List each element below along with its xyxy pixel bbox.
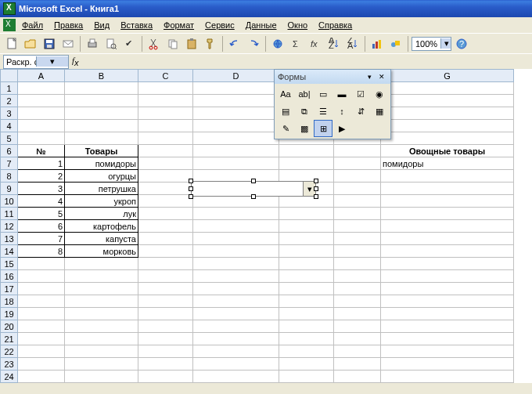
row-header[interactable]: 15	[1, 258, 18, 270]
button-tool[interactable]: ▬	[332, 85, 351, 103]
edit-code-tool[interactable]: ▦	[370, 103, 389, 120]
row-header[interactable]: 12	[1, 220, 18, 233]
forms-toolbar[interactable]: Формы ▾ ✕ Aaab|▭▬☑◉▤⧉☰↕⇵▦✎▩⊞▶	[274, 69, 391, 139]
menu-file[interactable]: Файл	[17, 19, 48, 31]
row-header[interactable]: 20	[1, 320, 18, 333]
spelling-button[interactable]: ✔	[121, 35, 138, 52]
help-button[interactable]: ?	[453, 35, 470, 52]
option-tool[interactable]: ◉	[370, 85, 389, 103]
cell[interactable]: укроп	[65, 195, 138, 208]
row-header[interactable]: 5	[1, 132, 18, 145]
properties-tool[interactable]: ✎	[276, 120, 295, 137]
cell[interactable]: петрушка	[65, 183, 138, 195]
cell[interactable]: 5	[18, 208, 65, 220]
col-header-G[interactable]: G	[381, 70, 514, 82]
name-box[interactable]: Раскр. списо... ▾	[3, 55, 69, 69]
row-header[interactable]: 14	[1, 245, 18, 258]
row-header[interactable]: 21	[1, 333, 18, 345]
selection-handle[interactable]	[189, 194, 193, 199]
col-header-A[interactable]: A	[18, 70, 65, 82]
function-button[interactable]: fx	[307, 35, 324, 52]
row-header[interactable]: 3	[1, 107, 18, 120]
sort-desc-button[interactable]: ZA	[344, 35, 361, 52]
selection-handle[interactable]	[314, 179, 318, 183]
menu-data[interactable]: Данные	[241, 19, 282, 31]
select-all-cell[interactable]	[1, 70, 18, 82]
zoom-combo[interactable]: 100% ▾	[412, 37, 451, 51]
print-button[interactable]	[84, 35, 101, 52]
autosum-button[interactable]: Σ	[288, 35, 305, 52]
cell[interactable]: 1	[18, 157, 65, 170]
col-header-B[interactable]: B	[65, 70, 138, 82]
row-header[interactable]: 23	[1, 358, 18, 371]
run-dialog-tool[interactable]: ▶	[332, 120, 351, 137]
cell[interactable]: лук	[65, 208, 138, 220]
row-header[interactable]: 11	[1, 208, 18, 220]
menu-window[interactable]: Окно	[283, 19, 313, 31]
cell[interactable]: огурцы	[65, 170, 138, 183]
cell[interactable]: 2	[18, 170, 65, 183]
selection-handle[interactable]	[314, 194, 318, 199]
cell[interactable]: 8	[18, 245, 65, 258]
checkbox-tool[interactable]: ☑	[351, 85, 370, 103]
selection-handle[interactable]	[189, 186, 193, 191]
row-header[interactable]: 13	[1, 233, 18, 245]
worksheet-grid[interactable]: A B C D E F G 1 2 3 4 5 6 № Товары Овощн…	[0, 69, 532, 383]
save-button[interactable]	[41, 35, 58, 52]
cell[interactable]: №	[18, 145, 65, 157]
cell[interactable]: 7	[18, 233, 65, 245]
print-preview-button[interactable]	[102, 35, 120, 52]
scrollbar-tool[interactable]: ↕	[332, 103, 351, 120]
cell[interactable]: 4	[18, 195, 65, 208]
menu-insert[interactable]: Вставка	[116, 19, 157, 31]
grid-tool[interactable]: ▩	[295, 120, 314, 137]
chart-wizard-button[interactable]	[368, 35, 386, 52]
email-button[interactable]	[59, 35, 77, 52]
paste-button[interactable]	[183, 35, 200, 52]
textbox-tool[interactable]: ab|	[295, 85, 314, 103]
drawing-button[interactable]	[387, 35, 404, 52]
row-header[interactable]: 4	[1, 120, 18, 132]
forms-toolbar-titlebar[interactable]: Формы ▾ ✕	[275, 70, 390, 84]
hyperlink-button[interactable]	[269, 35, 286, 52]
row-header[interactable]: 6	[1, 145, 18, 157]
cell[interactable]: капуста	[65, 233, 138, 245]
row-header[interactable]: 22	[1, 345, 18, 358]
row-header[interactable]: 17	[1, 283, 18, 295]
cell[interactable]: морковь	[65, 245, 138, 258]
selection-handle[interactable]	[251, 179, 256, 183]
combolist-tool[interactable]: ☰	[314, 103, 332, 120]
label-tool[interactable]: Aa	[276, 85, 295, 103]
menu-tools[interactable]: Сервис	[200, 19, 239, 31]
copy-button[interactable]	[164, 35, 182, 52]
fx-icon[interactable]: fx	[72, 56, 79, 67]
selection-handle[interactable]	[189, 179, 193, 183]
row-header[interactable]: 16	[1, 270, 18, 283]
col-header-D[interactable]: D	[193, 70, 279, 82]
cell[interactable]: Овощные товары	[381, 145, 514, 157]
zoom-dropdown-icon[interactable]: ▾	[440, 38, 451, 49]
row-header[interactable]: 18	[1, 295, 18, 308]
cell[interactable]: Товары	[65, 145, 138, 157]
row-header[interactable]: 1	[1, 82, 18, 95]
redo-button[interactable]	[245, 35, 262, 52]
row-header[interactable]: 8	[1, 170, 18, 183]
cell[interactable]: 6	[18, 220, 65, 233]
workbook-icon[interactable]	[3, 19, 16, 31]
selection-handle[interactable]	[251, 194, 256, 199]
groupbox-tool[interactable]: ▭	[314, 85, 332, 103]
menu-help[interactable]: Справка	[314, 19, 357, 31]
row-header[interactable]: 7	[1, 157, 18, 170]
menu-view[interactable]: Вид	[89, 19, 114, 31]
toggle-grid-tool[interactable]: ⊞	[314, 120, 332, 137]
selection-handle[interactable]	[314, 186, 318, 191]
format-painter-button[interactable]	[202, 35, 219, 52]
cell[interactable]: помидоры	[65, 157, 138, 170]
menu-edit[interactable]: Правка	[49, 19, 88, 31]
row-header[interactable]: 10	[1, 195, 18, 208]
cell[interactable]: 3	[18, 183, 65, 195]
cell[interactable]: помидоры	[381, 157, 514, 170]
new-button[interactable]	[3, 35, 20, 52]
close-icon[interactable]: ✕	[376, 71, 387, 82]
cut-button[interactable]	[146, 35, 163, 52]
